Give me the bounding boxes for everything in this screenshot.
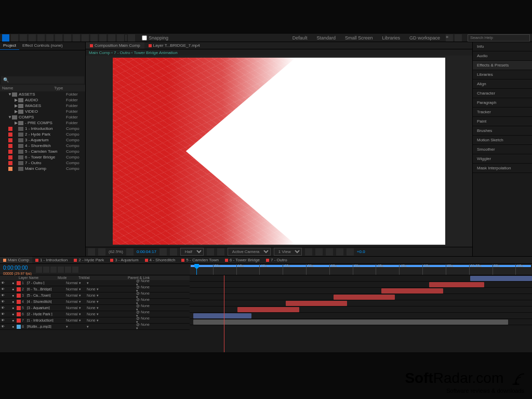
playhead[interactable]	[196, 264, 197, 275]
frame-blend-icon[interactable]	[58, 267, 64, 273]
panel-item[interactable]: Mask Interpolation	[473, 164, 532, 173]
layer-bar[interactable]	[286, 301, 348, 306]
timeline-layer[interactable]: 👁●4[4 - Shoreditch]Normal ▾None ▾@ None …	[0, 299, 190, 305]
layer-bar[interactable]	[470, 276, 532, 281]
layer-bar[interactable]	[334, 295, 395, 300]
graph-editor-icon[interactable]	[72, 267, 78, 273]
layer-bar[interactable]	[193, 320, 508, 325]
roi-icon[interactable]	[207, 248, 214, 256]
project-item[interactable]: ▶AUDIOFolder	[0, 97, 85, 103]
channel-icon[interactable]	[170, 248, 177, 256]
track-row[interactable]	[190, 313, 532, 319]
layer-bar[interactable]	[193, 313, 251, 318]
effect-controls-tab[interactable]: Effect Controls (none)	[19, 42, 66, 50]
project-item[interactable]: ▼ASSETSFolder	[0, 91, 85, 97]
project-item[interactable]: 5 - Camden TownCompo	[0, 149, 85, 154]
timeline-layer[interactable]: 👁●7[1 - Introduction]Normal ▾None ▾@ Non…	[0, 317, 190, 324]
camera-select[interactable]: Active Camera	[228, 248, 271, 256]
puppet-tool[interactable]	[117, 34, 124, 42]
timeline-tab[interactable]: 1 - Introduction	[32, 257, 71, 263]
timeline-tab[interactable]: 3 - Aquarium	[107, 257, 141, 263]
panel-item[interactable]: Align	[473, 79, 532, 89]
track-row[interactable]	[190, 300, 532, 307]
timeline-layer[interactable]: 👁●5[3 - Aquarium]Normal ▾None ▾@ None ▾	[0, 305, 190, 311]
time-ruler[interactable]: 05s10s15s20s25s30s35s40s45s50s55s01:00s0…	[190, 264, 532, 275]
project-item[interactable]: ▶- PRE COMPSFolder	[0, 120, 85, 126]
zoom-level[interactable]: (62.5%)	[109, 249, 123, 254]
panel-item[interactable]: Libraries	[473, 70, 532, 79]
rotate-tool[interactable]	[29, 34, 36, 42]
selection-tool[interactable]	[2, 34, 9, 42]
snapping-toggle[interactable]: Snapping	[142, 35, 168, 41]
pixel-aspect-icon[interactable]	[305, 248, 312, 256]
project-item[interactable]: 4 - ShoreditchCompo	[0, 143, 85, 149]
snapshot-icon[interactable]	[159, 248, 167, 256]
panel-item[interactable]: Effects & Presets	[473, 61, 532, 70]
panel-item[interactable]: Info	[473, 42, 532, 51]
panel-item[interactable]: Audio	[473, 51, 532, 61]
workspace-tab[interactable]: Default	[288, 34, 312, 42]
transparency-icon[interactable]	[217, 248, 224, 256]
mask-toggle-icon[interactable]	[88, 248, 95, 256]
timeline-layer[interactable]: 👁●8[Rollin...p.mp3] ▾ ▾@ None ▾	[0, 324, 190, 330]
exposure-value[interactable]: +0.0	[357, 249, 365, 254]
track-row[interactable]	[190, 275, 532, 282]
panel-item[interactable]: Paint	[473, 117, 532, 126]
zoom-tool[interactable]	[20, 34, 27, 42]
comp-mini-icon[interactable]	[43, 267, 49, 273]
project-item[interactable]: 2 - Hyde ParkCompo	[0, 131, 85, 137]
breadcrumb[interactable]: Main Comp ‹ 7 - Outro ‹ Tower Bridge Ani…	[86, 49, 472, 56]
panel-item[interactable]: Paragraph	[473, 98, 532, 108]
resolution-icon[interactable]	[126, 248, 134, 256]
timeline-layer[interactable]: 👁●6[2 - Hyde Park ]Normal ▾None ▾@ None …	[0, 311, 190, 317]
fast-preview-icon[interactable]	[315, 248, 323, 256]
timeline-tab[interactable]: 5 - Camden Town	[178, 257, 222, 263]
pen-tool[interactable]	[64, 34, 71, 42]
brush-tool[interactable]	[82, 34, 89, 42]
workspace-tab[interactable]: Libraries	[378, 34, 404, 42]
timeline-layer[interactable]: 👁●3[5 - Ca...Town]Normal ▾None ▾@ None ▾	[0, 292, 190, 299]
roto-tool[interactable]	[108, 34, 115, 42]
shy-icon[interactable]	[50, 267, 57, 273]
track-row[interactable]	[190, 307, 532, 313]
timeline-layer[interactable]: 👁●1[7 - Outro ]Normal ▾ ▾@ None ▾	[0, 280, 190, 286]
project-item[interactable]: 3 - AquariumCompo	[0, 137, 85, 143]
timeline-tab[interactable]: 6 - Tower Bridge	[222, 257, 263, 263]
project-item[interactable]: 1 - IntroductionCompo	[0, 126, 85, 131]
resolution-select[interactable]: Half	[180, 248, 204, 256]
project-search[interactable]: 🔍	[1, 76, 84, 84]
workspace-tab[interactable]: Small Screen	[341, 34, 377, 42]
project-item[interactable]: 6 - Tower BridgeCompo	[0, 154, 85, 160]
camera-tool[interactable]	[37, 34, 45, 42]
composition-tab[interactable]: Layer T...BRIDGE_7.mp4	[144, 42, 204, 49]
project-item[interactable]: 7 - OutroCompo	[0, 160, 85, 166]
panel-item[interactable]: Character	[473, 89, 532, 98]
panel-item[interactable]: Tracker	[473, 108, 532, 117]
timeline-tab[interactable]: 2 - Hyde Park	[71, 257, 107, 263]
time-indicator[interactable]	[224, 275, 224, 352]
project-item[interactable]: ▼COMPSFolder	[0, 114, 85, 120]
workspace-tab[interactable]: Standard	[312, 34, 340, 42]
project-item[interactable]: Main CompCompo	[0, 166, 85, 171]
timeline-layer[interactable]: 👁●2[6 - To...Bridge]Normal ▾None ▾@ None…	[0, 286, 190, 292]
layer-bar[interactable]	[237, 307, 299, 312]
workspace-menu-icon[interactable]: »	[446, 34, 453, 42]
workspace-tab[interactable]: GD workspace	[405, 34, 444, 42]
composition-viewport[interactable]	[86, 56, 472, 247]
eraser-tool[interactable]	[99, 34, 107, 42]
track-row[interactable]	[190, 282, 532, 288]
panel-item[interactable]: Smoother	[473, 145, 532, 154]
anchor-tool[interactable]	[46, 34, 54, 42]
text-tool[interactable]	[73, 34, 80, 42]
grid-icon[interactable]	[98, 248, 105, 256]
timeline-tab[interactable]: Main Comp	[0, 257, 32, 263]
composition-tab[interactable]: Composition Main Comp	[86, 42, 144, 49]
timeline-icon[interactable]	[326, 248, 333, 256]
project-tab[interactable]: Project	[0, 42, 19, 50]
search-help-input[interactable]	[468, 34, 530, 42]
view-layout-select[interactable]: 1 View	[274, 248, 302, 256]
viewport-timecode[interactable]: 0:00:04:17	[137, 249, 156, 254]
fill-color[interactable]	[128, 34, 135, 42]
search-icon[interactable]	[36, 267, 42, 273]
timeline-tab[interactable]: 7 - Outro	[263, 257, 290, 263]
